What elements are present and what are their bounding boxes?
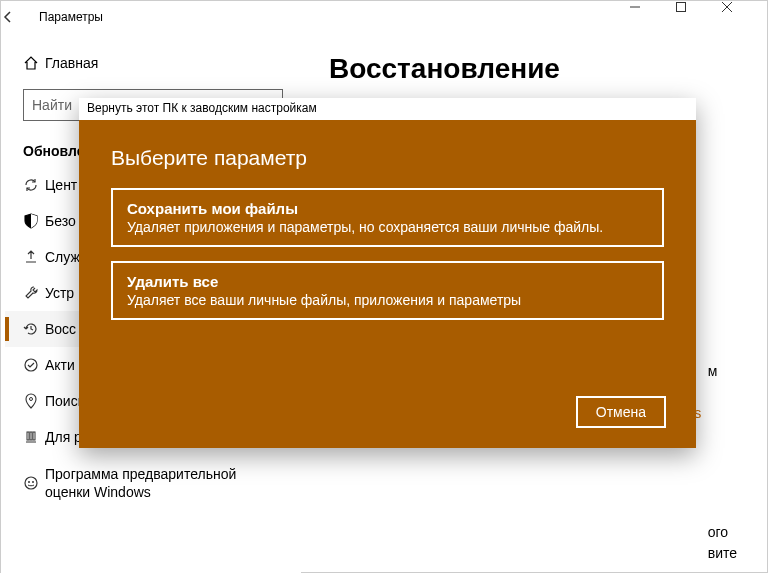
obscured-text: м ого вите	[708, 361, 737, 564]
sync-icon	[23, 177, 45, 193]
insider-icon	[23, 475, 45, 491]
sidebar-item-label: Цент	[45, 177, 77, 193]
option-keep-files[interactable]: Сохранить мои файлы Удаляет приложения и…	[111, 188, 664, 247]
dialog-title: Вернуть этот ПК к заводским настройкам	[79, 98, 696, 120]
developer-icon	[23, 429, 45, 445]
history-icon	[23, 321, 45, 337]
option-remove-everything[interactable]: Удалить все Удаляет все ваши личные файл…	[111, 261, 664, 320]
close-button[interactable]	[721, 1, 767, 33]
shield-icon	[23, 213, 45, 229]
sidebar-home-label: Главная	[45, 55, 98, 71]
sidebar-item-insider[interactable]: Программа предварительной оценки Windows	[5, 455, 301, 511]
dialog-body: Выберите параметр Сохранить мои файлы Уд…	[79, 120, 696, 448]
option-desc: Удаляет все ваши личные файлы, приложени…	[127, 292, 648, 308]
back-button[interactable]	[1, 10, 33, 24]
dialog-heading: Выберите параметр	[111, 146, 664, 170]
option-desc: Удаляет приложения и параметры, но сохра…	[127, 219, 648, 235]
maximize-button[interactable]	[675, 1, 721, 33]
sidebar-item-label: Акти	[45, 357, 75, 373]
location-icon	[23, 393, 45, 409]
sidebar-item-label: Служ	[45, 249, 80, 265]
reset-dialog: Вернуть этот ПК к заводским настройкам В…	[79, 98, 696, 448]
sidebar-item-label: Программа предварительной оценки Windows	[45, 465, 283, 501]
sidebar-item-label: Устр	[45, 285, 74, 301]
svg-rect-1	[677, 3, 686, 12]
sidebar-item-label: Восс	[45, 321, 76, 337]
svg-point-11	[28, 481, 30, 483]
minimize-button[interactable]	[629, 1, 675, 33]
svg-point-12	[32, 481, 34, 483]
titlebar: Параметры	[1, 1, 767, 33]
svg-rect-7	[30, 432, 32, 440]
svg-rect-6	[27, 432, 29, 440]
svg-point-5	[30, 398, 33, 401]
sidebar-item-label: Безо	[45, 213, 76, 229]
svg-point-10	[25, 477, 37, 489]
sidebar-home[interactable]: Главная	[5, 47, 301, 79]
svg-rect-8	[33, 432, 35, 440]
upload-icon	[23, 249, 45, 265]
wrench-icon	[23, 285, 45, 301]
window-title: Параметры	[39, 10, 103, 24]
cancel-button[interactable]: Отмена	[576, 396, 666, 428]
option-title: Сохранить мои файлы	[127, 200, 648, 217]
home-icon	[23, 55, 45, 71]
svg-point-4	[25, 359, 37, 371]
page-title: Восстановление	[329, 53, 739, 85]
check-icon	[23, 357, 45, 373]
search-placeholder: Найти	[32, 97, 72, 113]
option-title: Удалить все	[127, 273, 648, 290]
settings-window: Параметры Главная Найти Обновле	[0, 0, 768, 573]
